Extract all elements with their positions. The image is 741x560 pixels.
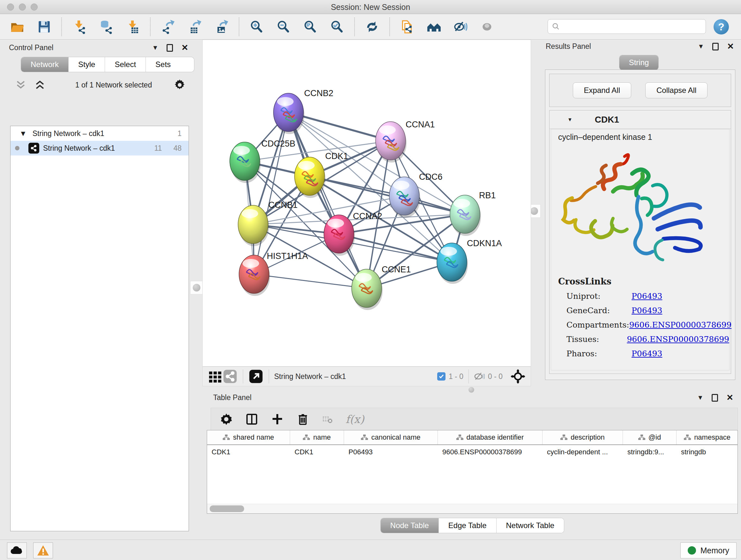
hscroll-thumb[interactable] — [210, 505, 244, 512]
show-all-icon[interactable] — [480, 19, 495, 35]
float-panel-icon[interactable] — [712, 43, 719, 51]
float-panel-icon[interactable] — [166, 44, 173, 52]
zoom-in-icon[interactable] — [249, 19, 264, 35]
edge-CDK1-RB1[interactable] — [310, 176, 465, 214]
left-splitter-handle[interactable] — [190, 281, 203, 294]
crosslink-link[interactable]: P06493 — [631, 349, 662, 358]
panel-menu-icon[interactable]: ▼ — [152, 44, 158, 51]
zoom-out-icon[interactable] — [276, 19, 291, 35]
external-window-icon[interactable] — [248, 369, 264, 384]
edge-HIST1H1A-CCNE1[interactable] — [254, 274, 367, 288]
results-panel-tabs: String — [619, 55, 659, 70]
node-CDC6[interactable]: CDC6 — [389, 172, 443, 218]
float-panel-icon[interactable] — [712, 394, 718, 401]
duplicate-network-icon[interactable] — [400, 19, 415, 35]
selected-counts: 1 - 0 — [449, 372, 463, 381]
node-CCNE1[interactable]: CCNE1 — [352, 265, 411, 310]
import-network-icon[interactable] — [71, 19, 87, 35]
gene-description: cyclin–dependent kinase 1 — [558, 132, 729, 142]
crosslink-row: Pharos:P06493 — [558, 349, 729, 358]
network-collection-row[interactable]: ▼ String Network – cdk1 1 — [10, 126, 189, 141]
main-toolbar: ? — [0, 14, 741, 40]
memory-button[interactable]: Memory — [680, 543, 737, 558]
close-panel-icon[interactable]: ✕ — [181, 43, 188, 53]
column-header-shared-name[interactable]: shared name — [207, 430, 290, 444]
table-row[interactable]: CDK1CDK1P064939606.ENSP00000378699cyclin… — [207, 445, 738, 459]
crosshair-icon[interactable] — [510, 369, 526, 384]
table-hscrollbar[interactable] — [207, 504, 738, 513]
close-panel-icon[interactable]: ✕ — [726, 393, 733, 402]
refresh-icon[interactable] — [364, 19, 380, 35]
warning-icon[interactable] — [33, 543, 53, 558]
table-cell: P06493 — [344, 445, 438, 459]
share-icon[interactable] — [222, 369, 238, 384]
network-graph[interactable]: CCNB2CCNA1CDC25BCDK1CDC6RB1CCNB1CCNA2CDK… — [203, 40, 531, 366]
edge-CCNB2-CCNE1[interactable] — [288, 112, 367, 288]
export-image-icon[interactable] — [214, 19, 229, 35]
zoom-selected-icon[interactable] — [329, 19, 345, 35]
hide-selected-icon[interactable] — [453, 19, 468, 35]
crosslink-link[interactable]: 9606.ENSP00000378699 — [627, 334, 729, 344]
network-canvas[interactable]: CCNB2CCNA1CDC25BCDK1CDC6RB1CCNB1CCNA2CDK… — [202, 40, 531, 367]
crosslink-link[interactable]: P06493 — [631, 306, 662, 315]
edge-CCNB2-HIST1H1A[interactable] — [254, 112, 288, 274]
open-session-icon[interactable] — [10, 19, 25, 35]
column-header-namespace[interactable]: namespace — [677, 430, 738, 444]
export-table-icon[interactable] — [187, 19, 202, 35]
expand-triangle-icon[interactable]: ▼ — [19, 129, 27, 138]
tab-select[interactable]: Select — [105, 57, 146, 72]
panel-menu-icon[interactable]: ▼ — [697, 394, 703, 401]
node-CDC25B[interactable]: CDC25B — [230, 139, 295, 183]
column-header-canonical-name[interactable]: canonical name — [344, 430, 438, 444]
save-session-icon[interactable] — [37, 19, 52, 35]
column-header-id[interactable]: @id — [623, 430, 677, 444]
function-icon: f(x) — [346, 413, 364, 426]
column-header-name[interactable]: name — [290, 430, 344, 444]
delete-table-icon — [322, 413, 333, 426]
node-HIST1H1A[interactable]: HIST1H1A — [239, 251, 308, 296]
tab-network-table[interactable]: Network Table — [496, 518, 564, 533]
node-CCNB2[interactable]: CCNB2 — [273, 88, 333, 134]
node-RB1[interactable]: RB1 — [450, 191, 496, 236]
close-panel-icon[interactable]: ✕ — [727, 42, 734, 51]
tab-style[interactable]: Style — [69, 57, 105, 72]
expand-all-button[interactable]: Expand All — [573, 82, 631, 98]
network-row[interactable]: String Network – cdk1 11 48 — [10, 141, 189, 155]
help-icon[interactable]: ? — [714, 19, 729, 35]
import-database-icon[interactable] — [98, 19, 114, 35]
collapse-all-icon[interactable] — [15, 80, 26, 90]
delete-column-icon[interactable] — [296, 413, 309, 426]
network-view-toolbar: String Network – cdk1 1 - 0 0 - 0 — [202, 367, 531, 386]
crosslink-link[interactable]: 9606.ENSP00000378699 — [629, 320, 732, 329]
checkbox-icon[interactable] — [437, 372, 446, 381]
gear-icon[interactable] — [220, 413, 232, 426]
crosslink-link[interactable]: P06493 — [631, 292, 662, 301]
tab-network[interactable]: Network — [21, 57, 69, 72]
control-panel-title: Control Panel — [9, 44, 53, 52]
expand-all-icon[interactable] — [35, 80, 45, 90]
gene-section-header[interactable]: ▼ CDK1 — [549, 111, 731, 129]
tab-node-table[interactable]: Node Table — [381, 518, 439, 533]
results-panel: Results Panel ▼ ✕ String Expand All Coll… — [539, 42, 738, 388]
zoom-fit-icon[interactable] — [302, 19, 318, 35]
tab-edge-table[interactable]: Edge Table — [439, 518, 496, 533]
export-network-icon[interactable] — [160, 19, 176, 35]
first-neighbors-icon[interactable] — [426, 19, 442, 35]
panel-menu-icon[interactable]: ▼ — [697, 43, 704, 50]
cloud-icon[interactable] — [7, 543, 27, 558]
search-input[interactable] — [548, 19, 706, 34]
collapse-all-button[interactable]: Collapse All — [645, 82, 708, 98]
add-column-icon[interactable] — [271, 413, 284, 426]
node-CDKN1A[interactable]: CDKN1A — [437, 239, 502, 284]
search-field[interactable] — [562, 22, 702, 30]
column-header-database-identifier[interactable]: database identifier — [438, 430, 542, 444]
tab-sets[interactable]: Sets — [146, 57, 180, 72]
import-table-icon[interactable] — [125, 19, 140, 35]
column-header-description[interactable]: description — [542, 430, 623, 444]
collapse-triangle-icon[interactable]: ▼ — [567, 117, 572, 123]
grid-icon[interactable] — [207, 369, 222, 384]
tab-string[interactable]: String — [619, 55, 659, 70]
columns-icon[interactable] — [246, 413, 258, 426]
network-label: String Network – cdk1 — [43, 144, 115, 152]
gear-icon[interactable] — [174, 79, 186, 91]
